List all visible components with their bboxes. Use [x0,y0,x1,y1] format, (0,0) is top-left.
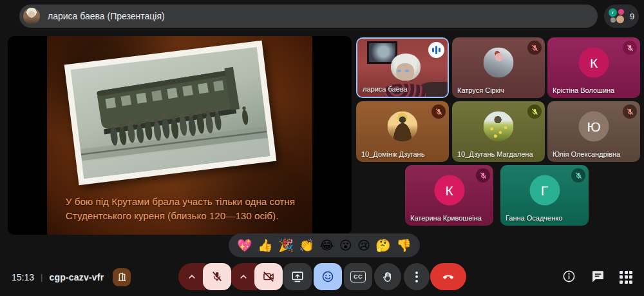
bottom-right-icons [562,258,632,296]
info-icon [562,269,576,284]
chevron-up-icon [238,271,249,282]
mini-avatar [611,17,616,23]
avatar-letter: Г [541,183,548,198]
door-icon [117,271,128,282]
apps-button[interactable] [620,271,632,284]
reactions-button[interactable] [314,263,342,290]
mic-muted-badge [527,104,542,119]
smiley-icon [321,270,335,284]
raise-hand-button[interactable] [374,263,401,290]
participant-tile[interactable]: Г Ганна Осадченко [500,165,589,226]
avatar [388,112,418,142]
mic-muted-badge [571,168,585,183]
reactions-bar: 💖👍🎉👏😂😮😢🤔👎 [229,233,420,257]
bottom-bar: 15:13 | cgp-cazv-vfr [0,258,644,296]
participant-tile[interactable]: Катруся Сіркіч [452,37,545,98]
presentation-pill[interactable]: лариса баева (Презентація) [19,5,598,28]
meeting-code: cgp-cazv-vfr [49,272,104,282]
slide-caption-line1: У бою під Крутами брала участь тільки од… [66,195,305,209]
mic-toggle-button[interactable] [203,263,231,290]
meet-window: лариса баева (Презентація) г 9 [0,0,644,296]
participant-tile[interactable]: К Крістіна Волошина [547,37,640,98]
avatar [484,112,514,142]
reaction-emoji-button[interactable]: 😂 [319,239,334,252]
cc-icon: CC [350,271,366,282]
participant-tile[interactable]: 10_Домінік Дзугань [356,101,449,162]
meeting-info-button[interactable] [562,269,576,286]
presenter-avatar [23,8,40,25]
mic-muted-badge [623,104,637,119]
mic-off-icon [626,44,634,52]
meta-separator: | [41,272,43,282]
mic-off-icon [211,270,223,283]
participant-name: Крістіна Волошина [553,86,614,94]
chevron-up-icon [186,271,198,282]
clock: 15:13 [12,272,34,282]
avatar-letter: К [590,55,598,70]
present-screen-icon [290,270,305,284]
end-call-button[interactable] [430,263,466,290]
avatar: К [434,175,464,206]
participant-name: 10_Дзугань Магдалена [457,150,533,158]
chat-icon [591,269,605,284]
participant-name: Ганна Осадченко [506,214,562,222]
avatar-letter: К [445,183,453,198]
participant-name: 10_Домінік Дзугань [361,150,424,158]
participant-tile[interactable]: Ю Юлія Олександрівна [547,101,640,162]
participants-count-pill[interactable]: г 9 [604,5,639,28]
chat-button[interactable] [591,269,605,286]
mic-off-icon [531,44,539,52]
mini-avatar [616,15,624,23]
breakout-room-badge[interactable] [113,268,131,286]
participant-tile[interactable]: 10_Дзугань Магдалена [452,101,545,162]
apps-grid-icon [620,271,632,284]
camera-options-chevron[interactable] [230,263,257,290]
present-screen-button[interactable] [283,263,312,290]
mic-off-icon [574,172,583,180]
participant-tile[interactable]: лариса баева [356,37,449,98]
reaction-emoji-button[interactable]: 👏 [299,239,314,252]
mic-off-icon [479,172,488,180]
avatar: Ю [579,112,609,142]
mic-muted-badge [527,41,542,55]
more-options-button[interactable] [404,263,430,290]
avatar [484,48,514,78]
reaction-emoji-button[interactable]: 😢 [357,239,370,252]
mic-off-icon [531,108,539,116]
participants-count: 9 [630,12,634,21]
mic-control-group [178,263,231,290]
reaction-emoji-button[interactable]: 💖 [237,239,252,252]
reaction-emoji-button[interactable]: 🤔 [375,239,391,252]
mini-avatar: г [609,8,617,17]
presentation-slide: У бою під Крутами брала участь тільки од… [47,36,312,235]
avatar-letter: Ю [587,119,600,134]
presenter-label: лариса баева (Презентація) [48,11,165,21]
avatar: К [579,48,609,78]
mini-avatar [618,9,624,15]
participant-name: Юлія Олександрівна [553,150,620,158]
meeting-meta: 15:13 | cgp-cazv-vfr [12,258,131,296]
participant-name: Катерина Кривошеіна [410,214,482,222]
reaction-emoji-button[interactable]: 🎉 [278,239,294,252]
reaction-emoji-button[interactable]: 👎 [396,239,412,252]
participant-name: лариса баева [363,85,408,93]
reaction-emoji-button[interactable]: 👍 [258,239,273,252]
participant-tile[interactable]: К Катерина Кривошеіна [405,165,493,226]
avatar: Г [529,175,560,206]
train-photo-art [71,47,270,179]
participants-avatars-cluster: г [609,8,625,25]
mic-muted-badge [476,168,490,183]
more-vertical-icon [415,270,418,284]
slide-caption: У бою під Крутами брала участь тільки од… [66,195,305,222]
slide-photo [64,40,277,184]
mic-options-chevron[interactable] [178,263,205,290]
reaction-emoji-button[interactable]: 😮 [339,239,352,252]
mic-off-icon [626,108,634,116]
camera-off-icon [262,270,275,283]
participant-name: Катруся Сіркіч [457,86,504,94]
slide-caption-line2: Студентського куреня (близько 120—130 ос… [66,209,305,223]
presentation-stage[interactable]: У бою під Крутами брала участь тільки од… [8,36,352,235]
captions-button[interactable]: CC [344,263,372,290]
camera-toggle-button[interactable] [254,263,283,290]
camera-control-group [230,263,283,290]
